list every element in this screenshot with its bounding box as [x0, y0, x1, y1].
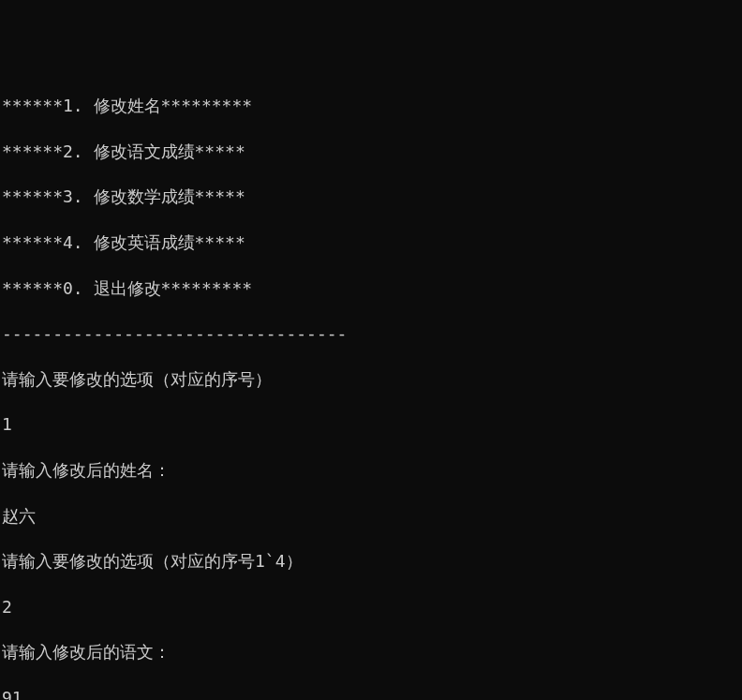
user-input-chinese: 91: [2, 687, 740, 700]
user-input-1: 1: [2, 413, 740, 436]
menu-option-4: ******4. 修改英语成绩*****: [2, 231, 740, 254]
prompt-select-option-2: 请输入要修改的选项（对应的序号1`4）: [2, 550, 740, 573]
menu-option-3: ******3. 修改数学成绩*****: [2, 186, 740, 208]
prompt-select-option: 请输入要修改的选项（对应的序号）: [2, 368, 740, 391]
menu-option-1: ******1. 修改姓名*********: [2, 95, 740, 117]
menu-option-0: ******0. 退出修改*********: [2, 277, 740, 300]
menu-divider: ----------------------------------: [2, 322, 740, 345]
user-input-2: 2: [2, 596, 740, 618]
menu-option-2: ******2. 修改语文成绩*****: [2, 141, 740, 163]
prompt-enter-name: 请输入修改后的姓名：: [2, 459, 740, 482]
user-input-name: 赵六: [2, 505, 740, 528]
prompt-enter-chinese: 请输入修改后的语文：: [2, 641, 740, 663]
